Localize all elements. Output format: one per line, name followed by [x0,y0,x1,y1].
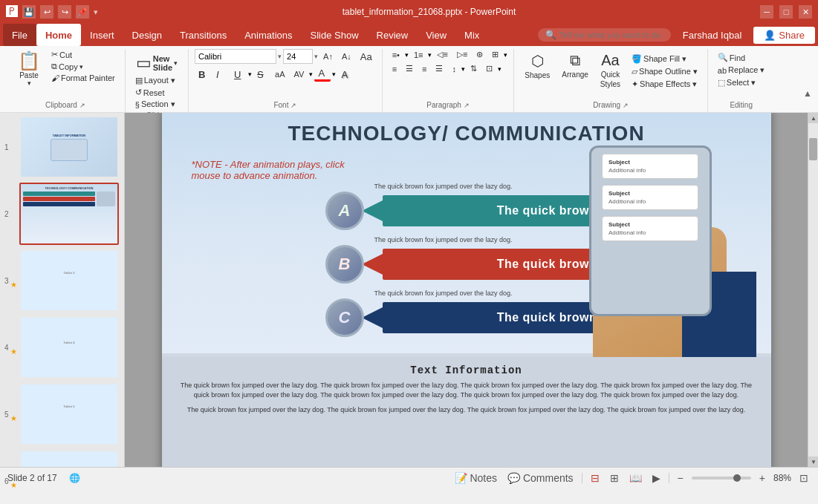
text-direction-button[interactable]: ⇅ [467,63,481,74]
slide-6-thumbnail[interactable]: Tablet 6 [19,450,119,467]
zoom-slider[interactable] [692,477,751,480]
replace-button[interactable]: ab Replace ▾ [714,65,769,76]
menu-slideshow[interactable]: Slide Show [301,24,367,46]
tablet-card-1-title: Subject [608,159,692,166]
slide-4-thumbnail[interactable]: Tablet 4 [19,316,119,379]
maximize-btn[interactable]: □ [779,5,793,19]
normal-view-button[interactable]: ⊟ [588,472,602,484]
new-slide-button[interactable]: ▭ New Slide ▾ [132,52,182,74]
numbered-button[interactable]: 1≡ [410,50,427,60]
menu-home[interactable]: Home [36,24,81,46]
font-size-input[interactable] [283,49,313,64]
drawing-group: ⬡ Shapes ⧉ Arrange Aa Quick Styles 🪣 Sha… [514,49,708,112]
shapes-button[interactable]: ⬡ Shapes [520,50,554,81]
menu-transitions[interactable]: Transitions [171,24,236,46]
font-group: ▾ ▾ A↑ A↓ Aa B I U ▾ S aA AV ▾ A ▾ A Fon… [189,49,383,112]
format-painter-button[interactable]: 🖌 Format Painter [48,73,119,83]
scrollbar-track[interactable] [808,123,818,456]
tablet-card-3-title: Subject [608,221,692,228]
align-center-button[interactable]: ☰ [402,63,417,74]
clear-formatting-button[interactable]: Aa [357,50,376,63]
slide-2-num: 2 [4,210,9,218]
slide-2-thumbnail[interactable]: TECHNOLOGY/ COMMUNICATION [19,183,119,245]
slide-sorter-button[interactable]: ⊞ [608,472,621,484]
smallcaps-button[interactable]: aA [271,69,288,79]
slide-canvas[interactable]: TECHNOLOGY/ COMMUNICATION *NOTE - After … [162,113,771,467]
shape-outline-button[interactable]: ▱ Shape Outline ▾ [628,66,701,77]
bold-button[interactable]: B [195,68,211,81]
align-text-button[interactable]: ⊡ [482,63,496,74]
align-right-button[interactable]: ≡ [418,64,430,74]
fit-slide-button[interactable]: ⊡ [797,472,811,484]
strikethrough-button[interactable]: S [253,68,270,81]
layout-button[interactable]: ▤ Layout ▾ [132,75,182,86]
menu-file[interactable]: File [3,24,36,46]
notes-button[interactable]: 📝 Notes [452,472,499,484]
font-grow-button[interactable]: A↑ [319,51,337,62]
paste-button[interactable]: 📋 Paste ▾ [12,49,46,88]
menu-review[interactable]: Review [368,24,418,46]
underline-button[interactable]: U [230,68,247,81]
decrease-indent-button[interactable]: ◁≡ [433,49,451,60]
scroll-up-arrow[interactable]: ▲ [808,113,818,123]
slide-5-thumbnail[interactable]: Tablet 5 [19,383,119,445]
zoom-out-button[interactable]: − [675,472,686,484]
columns-button[interactable]: ⊞ [488,49,502,60]
bullets-button[interactable]: ≡• [389,50,403,60]
copy-button[interactable]: ⧉ Copy ▾ [48,61,119,72]
find-button[interactable]: 🔍 Find [714,52,769,63]
minimize-btn[interactable]: ─ [760,5,773,19]
scroll-down-arrow[interactable]: ▼ [808,456,818,467]
cut-button[interactable]: ✂ Cut [48,49,119,60]
new-slide-icon: ▭ [136,53,152,73]
menu-view[interactable]: View [417,24,455,46]
shape-effects-button[interactable]: ✦ Shape Effects ▾ [628,79,701,90]
bottom-body-2: The quick brown fox jumped over the lazy… [174,405,759,416]
menu-animations[interactable]: Animations [236,24,301,46]
slideshow-button[interactable]: ▶ [650,472,663,484]
save-btn[interactable]: 💾 [22,5,36,19]
menu-mix[interactable]: Mix [455,24,488,46]
increase-indent-button[interactable]: ▷≡ [453,49,471,60]
font-name-input[interactable] [195,49,276,64]
justify-button[interactable]: ☰ [432,63,447,74]
select-button[interactable]: ⬚ Select ▾ [714,77,769,88]
italic-button[interactable]: I [212,68,229,81]
reading-view-button[interactable]: 📖 [627,472,644,484]
comments-button[interactable]: 💬 Comments [505,472,576,484]
menu-design[interactable]: Design [123,24,171,46]
tablet-card-3: Subject Additional info [602,216,698,241]
shape-fill-button[interactable]: 🪣 Shape Fill ▾ [628,53,701,65]
abc-circle-b: B [325,245,364,284]
shadow-button[interactable]: A [337,68,354,81]
smartart-button[interactable]: ⊛ [473,49,487,60]
spacing-button[interactable]: AV [290,69,308,79]
arrange-button[interactable]: ⧉ Arrange [557,50,593,80]
close-btn[interactable]: ✕ [799,5,812,19]
find-icon: 🔍 [718,53,728,62]
ribbon: 📋 Paste ▾ ✂ Cut ⧉ Copy ▾ 🖌 Format Painte… [0,46,818,113]
copy-icon: ⧉ [51,62,57,71]
menu-insert[interactable]: Insert [81,24,123,46]
pin-btn[interactable]: 📌 [76,5,89,19]
zoom-in-button[interactable]: + [757,472,767,484]
tell-me-input[interactable] [559,30,663,39]
reset-button[interactable]: ↺ Reset [132,87,182,98]
align-left-button[interactable]: ≡ [389,64,400,74]
canvas-area: TECHNOLOGY/ COMMUNICATION *NOTE - After … [125,113,808,467]
section-button[interactable]: § Section ▾ [132,99,182,110]
tablet-card-2: Subject Additional info [602,185,698,210]
ribbon-scroll-up[interactable]: ▲ [803,88,812,99]
share-button[interactable]: 👤 Share [753,27,815,44]
slide-1-thumbnail[interactable]: TABLET INFORMATION [19,116,119,178]
redo-btn[interactable]: ↪ [58,5,71,19]
language-icon: 🌐 [69,473,80,483]
font-shrink-button[interactable]: A↓ [338,51,355,62]
font-color-button[interactable]: A [314,67,331,82]
section-icon: § [135,100,140,109]
undo-btn[interactable]: ↩ [40,5,53,19]
quick-styles-button[interactable]: Aa Quick Styles [596,50,625,90]
line-spacing-button[interactable]: ↕ [448,64,460,74]
slide-3-thumbnail[interactable]: Tablet 3 [19,249,119,312]
scrollbar-thumb[interactable] [809,138,817,160]
